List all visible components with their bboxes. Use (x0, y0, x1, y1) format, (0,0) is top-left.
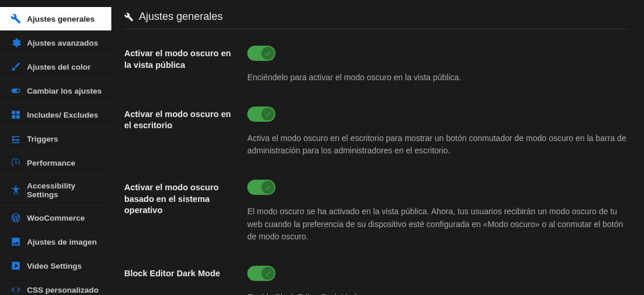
sidebar-item-label: Ajustes generales (27, 15, 95, 23)
check-icon (264, 111, 271, 118)
setting-description: Enable Block Editor Dark Mode (247, 291, 628, 295)
video-icon (11, 260, 21, 271)
setting-row: Block Editor Dark Mode Enable Block Edit… (124, 266, 628, 295)
sidebar-item-label: Ajustes del color (27, 63, 91, 71)
sidebar-item-label: Includes/ Excludes (27, 111, 98, 119)
sidebar-item-label: Performance (27, 159, 76, 167)
check-icon (264, 184, 271, 191)
sidebar-item-label: Ajustes de imagen (27, 238, 97, 246)
toggle-knob (261, 108, 274, 121)
grid-icon (11, 109, 21, 120)
setting-row: Activar el modo oscuro en el escritorio … (124, 107, 628, 157)
sidebar-item-color[interactable]: Ajustes del color (0, 55, 111, 79)
setting-label: Activar el modo oscuro en la vista públi… (124, 46, 247, 71)
toggle-knob (261, 267, 274, 280)
gear-icon (11, 37, 21, 48)
brush-icon (11, 61, 21, 72)
setting-body: Activa el modo oscuro en el escritorio p… (247, 107, 628, 157)
sidebar-item-performance[interactable]: Performance (0, 151, 111, 175)
setting-body: El modo oscuro se ha activado en la vist… (247, 180, 628, 243)
sidebar-item-label: Cambiar los ajustes (27, 87, 102, 95)
setting-description: El modo oscuro se ha activado en la vist… (247, 205, 628, 243)
setting-description: Enciéndelo para activar el modo oscuro e… (247, 71, 628, 84)
sidebar-item-label: Ajustes avanzados (27, 39, 98, 47)
setting-row: Activar el modo oscuro en la vista públi… (124, 46, 628, 84)
sidebar: Ajustes generales Ajustes avanzados Ajus… (0, 0, 111, 295)
wrench-icon (124, 12, 134, 22)
sidebar-item-image[interactable]: Ajustes de imagen (0, 230, 111, 254)
toggle-block-editor-dark-mode[interactable] (247, 266, 275, 281)
check-icon (264, 50, 271, 57)
sidebar-item-label: Video Settings (27, 262, 82, 270)
code-icon (11, 284, 21, 295)
setting-label: Activar el modo oscuro en el escritorio (124, 107, 247, 132)
sidebar-item-includes[interactable]: Includes/ Excludes (0, 103, 111, 127)
sidebar-item-general[interactable]: Ajustes generales (0, 7, 111, 31)
main-content: Ajustes generales Activar el modo oscuro… (111, 0, 644, 295)
image-icon (11, 236, 21, 247)
check-icon (264, 270, 271, 277)
setting-description: Activa el modo oscuro en el escritorio p… (247, 132, 628, 157)
toggle-icon (11, 85, 21, 96)
sidebar-item-label: Triggers (27, 135, 58, 143)
toggle-knob (261, 181, 274, 194)
setting-label: Activar el modo oscuro basado en el sist… (124, 180, 247, 217)
accessibility-icon (11, 185, 21, 195)
sidebar-item-css[interactable]: CSS personalizado (0, 278, 111, 295)
sidebar-item-accessibility[interactable]: Accessibility Settings (0, 175, 111, 206)
toggle-knob (261, 47, 274, 60)
sliders-icon (11, 133, 21, 144)
setting-label: Block Editor Dark Mode (124, 266, 247, 280)
sidebar-item-advanced[interactable]: Ajustes avanzados (0, 31, 111, 55)
gauge-icon (11, 157, 21, 168)
sidebar-item-switch[interactable]: Cambiar los ajustes (0, 79, 111, 103)
page-title: Ajustes generales (139, 11, 223, 23)
sidebar-item-label: WooCommerce (27, 214, 85, 222)
sidebar-item-video[interactable]: Video Settings (0, 254, 111, 278)
setting-body: Enciéndelo para activar el modo oscuro e… (247, 46, 628, 84)
page-header: Ajustes generales (124, 11, 628, 29)
setting-body: Enable Block Editor Dark Mode (247, 266, 628, 295)
toggle-public-dark-mode[interactable] (247, 46, 275, 61)
sidebar-item-label: CSS personalizado (27, 286, 98, 294)
toggle-os-dark-mode[interactable] (247, 180, 275, 195)
setting-row: Activar el modo oscuro basado en el sist… (124, 180, 628, 243)
sidebar-item-label: Accessibility Settings (27, 181, 103, 199)
sidebar-item-triggers[interactable]: Triggers (0, 127, 111, 151)
wordpress-icon (11, 212, 21, 223)
wrench-icon (11, 13, 21, 24)
toggle-admin-dark-mode[interactable] (247, 107, 275, 122)
sidebar-item-woocommerce[interactable]: WooCommerce (0, 206, 111, 230)
